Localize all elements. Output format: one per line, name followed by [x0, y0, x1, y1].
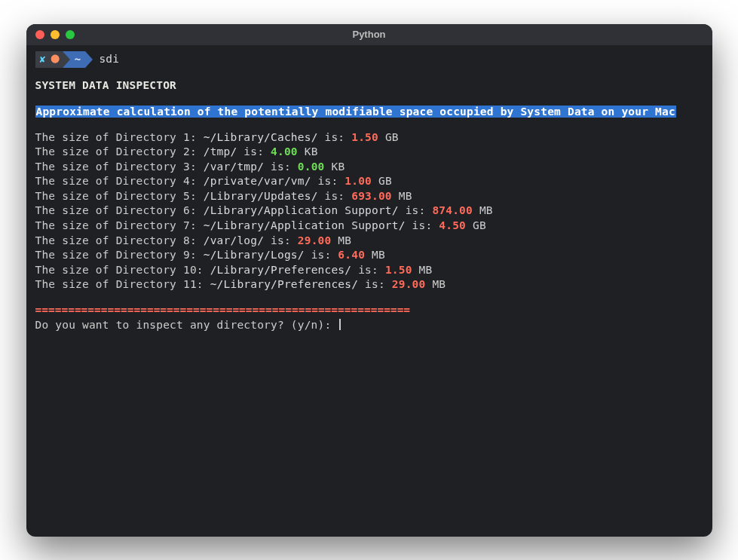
subheading-wrap: Approximate calculation of the potential…	[35, 105, 703, 120]
directory-row: The size of Directory 7: ~/Library/Appli…	[35, 219, 703, 234]
directory-row: The size of Directory 3: /var/tmp/ is: 0…	[35, 160, 703, 175]
prompt-line: ✘ ⬤ ~ sdi	[35, 51, 703, 68]
window-title: Python	[352, 29, 385, 40]
directory-row: The size of Directory 6: /Library/Applic…	[35, 203, 703, 219]
question-prompt: Do you want to inspect any directory? (y…	[35, 318, 703, 333]
directory-row: The size of Directory 10: /Library/Prefe…	[35, 263, 703, 278]
separator-line: ========================================…	[35, 303, 703, 318]
terminal-window: Python ✘ ⬤ ~ sdi SYSTEM DATA INSPECTOR A…	[26, 24, 712, 537]
directory-row: The size of Directory 2: /tmp/ is: 4.00 …	[35, 145, 703, 160]
minimize-icon[interactable]	[51, 30, 60, 39]
program-heading: SYSTEM DATA INSPECTOR	[35, 78, 703, 93]
traffic-lights	[26, 30, 75, 39]
program-subheading: Approximate calculation of the potential…	[35, 106, 676, 118]
directory-list: The size of Directory 1: ~/Library/Cache…	[35, 130, 703, 292]
x-icon: ✘	[40, 53, 46, 66]
prompt-status-segment: ✘ ⬤	[35, 51, 63, 68]
dot-icon: ⬤	[51, 54, 60, 65]
directory-row: The size of Directory 8: /var/log/ is: 2…	[35, 234, 703, 249]
directory-row: The size of Directory 5: /Library/Update…	[35, 189, 703, 204]
terminal-body[interactable]: ✘ ⬤ ~ sdi SYSTEM DATA INSPECTOR Approxim…	[26, 45, 712, 537]
prompt-command: sdi	[99, 52, 119, 67]
directory-row: The size of Directory 9: ~/Library/Logs/…	[35, 248, 703, 263]
titlebar: Python	[26, 24, 712, 45]
question-text: Do you want to inspect any directory? (y…	[35, 319, 338, 331]
directory-row: The size of Directory 1: ~/Library/Cache…	[35, 130, 703, 145]
directory-row: The size of Directory 4: /private/var/vm…	[35, 174, 703, 189]
cursor-icon[interactable]	[339, 319, 341, 330]
maximize-icon[interactable]	[66, 30, 75, 39]
directory-row: The size of Directory 11: ~/Library/Pref…	[35, 277, 703, 292]
close-icon[interactable]	[35, 30, 44, 39]
